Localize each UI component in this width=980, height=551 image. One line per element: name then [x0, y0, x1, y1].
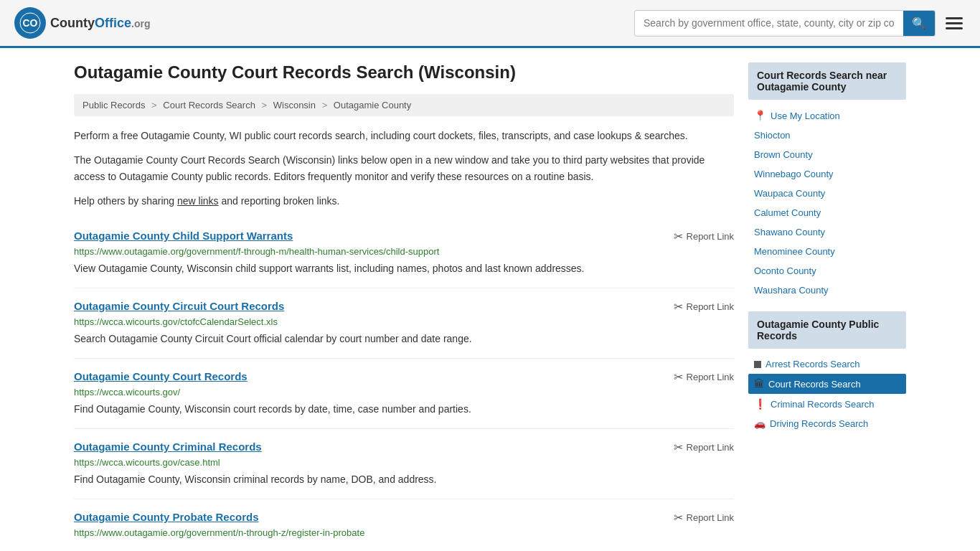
report-link-3[interactable]: ✂ Report Link — [674, 441, 734, 454]
result-header-1: Outagamie County Circuit Court Records ✂… — [74, 300, 734, 314]
logo-area: CO CountyOffice.org — [14, 7, 150, 39]
result-url-2[interactable]: https://wcca.wicourts.gov/ — [74, 387, 734, 397]
svg-text:CO: CO — [23, 17, 38, 29]
nearby-link-2[interactable]: Brown County — [754, 149, 813, 160]
site-header: CO CountyOffice.org 🔍 — [0, 0, 980, 48]
result-header-4: Outagamie County Probate Records ✂ Repor… — [74, 511, 734, 524]
nearby-item-5[interactable]: Calumet County — [748, 203, 906, 222]
result-title-4[interactable]: Outagamie County Probate Records — [74, 511, 259, 523]
nearby-header: Court Records Search near Outagamie Coun… — [748, 62, 906, 100]
main-container: Outagamie County Court Records Search (W… — [60, 48, 920, 551]
report-icon-3: ✂ — [674, 441, 683, 454]
result-title-0[interactable]: Outagamie County Child Support Warrants — [74, 230, 293, 242]
result-item: Outagamie County Probate Records ✂ Repor… — [74, 499, 734, 551]
search-bar: 🔍 — [634, 10, 936, 37]
result-title-1[interactable]: Outagamie County Circuit Court Records — [74, 300, 284, 312]
sidebar: Court Records Search near Outagamie Coun… — [748, 62, 906, 551]
logo-text: CountyOffice.org — [50, 16, 150, 31]
records-link-1[interactable]: Court Records Search — [768, 379, 861, 390]
report-icon-2: ✂ — [674, 370, 683, 384]
report-link-4[interactable]: ✂ Report Link — [674, 511, 734, 524]
building-icon: 🏛 — [754, 378, 764, 390]
nearby-item-7[interactable]: Menominee County — [748, 242, 906, 261]
description-2: The Outagamie County Court Records Searc… — [74, 152, 734, 184]
exclamation-icon: ❗ — [754, 398, 766, 410]
result-url-4[interactable]: https://www.outagamie.org/government/n-t… — [74, 527, 734, 538]
nearby-item-8[interactable]: Oconto County — [748, 261, 906, 281]
nearby-link-5[interactable]: Calumet County — [754, 207, 821, 218]
new-links-link[interactable]: new links — [177, 195, 219, 207]
nearby-link-6[interactable]: Shawano County — [754, 227, 825, 237]
records-link-2[interactable]: Criminal Records Search — [771, 399, 875, 410]
records-item-1[interactable]: 🏛Court Records Search — [748, 374, 906, 394]
description-3-post: and reporting broken links. — [219, 195, 340, 207]
result-item: Outagamie County Criminal Records ✂ Repo… — [74, 429, 734, 499]
records-link-0[interactable]: Arrest Records Search — [765, 359, 860, 369]
results-list: Outagamie County Child Support Warrants … — [74, 218, 734, 551]
description-3: Help others by sharing new links and rep… — [74, 193, 734, 209]
nearby-link-1[interactable]: Shiocton — [754, 130, 791, 141]
breadcrumb-sep-2: > — [262, 100, 268, 110]
nearby-section: Court Records Search near Outagamie Coun… — [748, 62, 906, 300]
result-url-1[interactable]: https://wcca.wicourts.gov/ctofcCalendarS… — [74, 316, 734, 327]
records-item-2[interactable]: ❗Criminal Records Search — [748, 394, 906, 414]
report-icon-1: ✂ — [674, 300, 683, 314]
nearby-link-0[interactable]: Use My Location — [771, 110, 840, 121]
report-link-0[interactable]: ✂ Report Link — [674, 230, 734, 243]
nearby-items-list: 📍Use My LocationShioctonBrown CountyWinn… — [748, 105, 906, 300]
breadcrumb-wisconsin[interactable]: Wisconsin — [273, 100, 316, 110]
nearby-link-7[interactable]: Menominee County — [754, 246, 835, 257]
logo-icon: CO — [14, 7, 46, 39]
header-right: 🔍 — [634, 10, 966, 37]
nearby-link-3[interactable]: Winnebago County — [754, 169, 834, 179]
result-desc-0: View Outagamie County, Wisconsin child s… — [74, 261, 734, 276]
result-item: Outagamie County Court Records ✂ Report … — [74, 359, 734, 429]
records-link-3[interactable]: Driving Records Search — [770, 418, 868, 429]
report-link-2[interactable]: ✂ Report Link — [674, 370, 734, 384]
nearby-item-9[interactable]: Waushara County — [748, 281, 906, 300]
result-desc-3: Find Outagamie County, Wisconsin crimina… — [74, 472, 734, 487]
breadcrumb-court-records-search[interactable]: Court Records Search — [163, 100, 255, 110]
nearby-item-2[interactable]: Brown County — [748, 145, 906, 164]
records-section: Outagamie County Public Records Arrest R… — [748, 311, 906, 433]
report-icon-0: ✂ — [674, 230, 683, 243]
content-area: Outagamie County Court Records Search (W… — [74, 62, 734, 551]
records-item-0[interactable]: Arrest Records Search — [748, 354, 906, 374]
result-item: Outagamie County Child Support Warrants … — [74, 218, 734, 288]
report-link-1[interactable]: ✂ Report Link — [674, 300, 734, 314]
nearby-item-3[interactable]: Winnebago County — [748, 164, 906, 184]
nearby-item-0[interactable]: 📍Use My Location — [748, 105, 906, 126]
nearby-item-6[interactable]: Shawano County — [748, 222, 906, 242]
breadcrumb-sep-1: > — [151, 100, 157, 110]
result-url-0[interactable]: https://www.outagamie.org/government/f-t… — [74, 246, 734, 257]
breadcrumb-sep-3: > — [322, 100, 328, 110]
result-desc-2: Find Outagamie County, Wisconsin court r… — [74, 402, 734, 417]
nearby-link-9[interactable]: Waushara County — [754, 285, 829, 296]
search-button[interactable]: 🔍 — [903, 11, 935, 36]
square-icon — [754, 361, 761, 368]
description-1: Perform a free Outagamie County, WI publ… — [74, 128, 734, 143]
nearby-link-4[interactable]: Waupaca County — [754, 188, 825, 199]
result-header-3: Outagamie County Criminal Records ✂ Repo… — [74, 441, 734, 454]
location-pin-icon: 📍 — [754, 110, 766, 121]
result-header-0: Outagamie County Child Support Warrants … — [74, 230, 734, 243]
page-title: Outagamie County Court Records Search (W… — [74, 62, 734, 83]
breadcrumb-outagamie-county[interactable]: Outagamie County — [334, 100, 411, 110]
records-header: Outagamie County Public Records — [748, 311, 906, 349]
records-items-list: Arrest Records Search🏛Court Records Sear… — [748, 354, 906, 433]
nearby-link-8[interactable]: Oconto County — [754, 265, 816, 276]
nearby-item-1[interactable]: Shiocton — [748, 126, 906, 145]
breadcrumb-public-records[interactable]: Public Records — [83, 100, 145, 110]
result-url-3[interactable]: https://wcca.wicourts.gov/case.html — [74, 457, 734, 468]
result-title-3[interactable]: Outagamie County Criminal Records — [74, 441, 262, 453]
report-icon-4: ✂ — [674, 511, 683, 524]
result-desc-1: Search Outagamie County Circuit Court of… — [74, 331, 734, 347]
menu-button[interactable] — [943, 14, 966, 32]
search-input[interactable] — [635, 11, 903, 34]
result-title-2[interactable]: Outagamie County Court Records — [74, 370, 248, 382]
breadcrumb: Public Records > Court Records Search > … — [74, 94, 734, 116]
result-item: Outagamie County Circuit Court Records ✂… — [74, 288, 734, 359]
nearby-item-4[interactable]: Waupaca County — [748, 184, 906, 203]
car-icon: 🚗 — [754, 418, 765, 429]
records-item-3[interactable]: 🚗Driving Records Search — [748, 414, 906, 433]
